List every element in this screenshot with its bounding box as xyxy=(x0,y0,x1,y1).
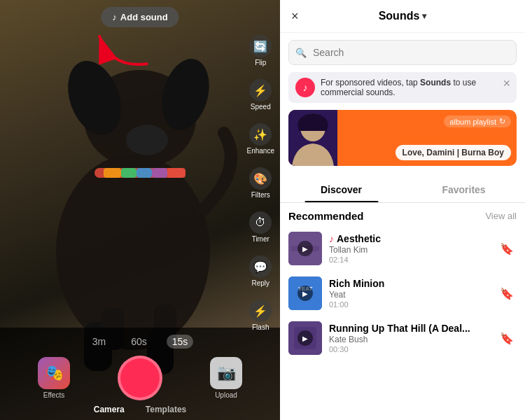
song-title-text-aesthetic: Aesthetic xyxy=(337,233,381,244)
search-icon: 🔍 xyxy=(295,48,307,58)
upload-button[interactable]: 📷 Upload xyxy=(210,357,242,399)
templates-tab[interactable]: Templates xyxy=(135,405,197,414)
bookmark-aesthetic[interactable]: 🔖 xyxy=(497,239,517,258)
effects-button[interactable]: 🎭 Effects xyxy=(38,357,70,399)
flip-control[interactable]: 🔄 Flip xyxy=(249,35,272,66)
song-title-text-rich-minion: Rich Minion xyxy=(329,278,384,289)
album-label-text: album playlist xyxy=(449,118,496,126)
flash-control[interactable]: ⚡ Flash xyxy=(249,300,272,331)
song-duration-aesthetic: 02:14 xyxy=(329,255,490,264)
song-list: ▶ ♪ Aesthetic Tollan Kim 02:14 🔖 YEAT xyxy=(280,226,525,420)
filters-label: Filters xyxy=(251,191,270,199)
favorites-tab[interactable]: Favorites xyxy=(402,177,525,202)
effects-label: Effects xyxy=(43,391,64,399)
song-item-aesthetic[interactable]: ▶ ♪ Aesthetic Tollan Kim 02:14 🔖 xyxy=(280,226,525,271)
album-artwork xyxy=(288,110,337,166)
time-15s[interactable]: 15s xyxy=(167,335,194,349)
album-banner[interactable]: album playlist ↻ Love, Damini | Burna Bo… xyxy=(288,110,517,166)
filters-icon: 🎨 xyxy=(249,167,272,190)
time-controls: 3m 60s 15s xyxy=(0,335,280,349)
svg-rect-10 xyxy=(104,168,121,178)
song-thumb-rich-minion: YEAT ▶ xyxy=(288,276,322,310)
song-thumb-running-up: ▶ xyxy=(288,321,322,355)
time-3m[interactable]: 3m xyxy=(87,335,111,349)
sounds-close-button[interactable]: × xyxy=(291,9,299,24)
refresh-icon: ↻ xyxy=(499,117,505,126)
discover-tab-label: Discover xyxy=(321,184,362,195)
sounds-title-text: Sounds xyxy=(379,10,420,22)
play-icon-aesthetic: ▶ xyxy=(298,241,313,256)
camera-tab[interactable]: Camera xyxy=(83,405,135,414)
timer-control[interactable]: ⏱ Timer xyxy=(249,211,272,243)
upload-label: Upload xyxy=(215,391,237,399)
song-info-running-up: Running Up That Hill (A Deal... Kate Bus… xyxy=(329,323,490,354)
speed-label: Speed xyxy=(251,103,271,111)
song-info-aesthetic: ♪ Aesthetic Tollan Kim 02:14 xyxy=(329,233,490,264)
sounds-panel: × Sounds ▾ 🔍 ♪ For sponsored videos, tap… xyxy=(280,0,525,420)
song-info-rich-minion: Rich Minion Yeat 01:00 xyxy=(329,278,490,309)
speed-control[interactable]: ⚡ Speed xyxy=(249,79,272,111)
sounds-dropdown-icon: ▾ xyxy=(422,11,426,21)
favorites-tab-label: Favorites xyxy=(442,184,485,195)
sounds-title[interactable]: Sounds ▾ xyxy=(379,10,427,22)
svg-point-4 xyxy=(126,125,168,155)
flash-icon: ⚡ xyxy=(249,300,272,322)
svg-rect-12 xyxy=(136,168,152,178)
song-title-aesthetic: ♪ Aesthetic xyxy=(329,233,490,244)
timer-icon: ⏱ xyxy=(249,211,272,234)
enhance-label: Enhance xyxy=(247,147,274,155)
reply-icon: 💬 xyxy=(249,255,272,278)
reply-control[interactable]: 💬 Reply xyxy=(249,255,272,287)
time-60s[interactable]: 60s xyxy=(125,335,153,349)
svg-rect-11 xyxy=(121,168,136,178)
song-duration-rich-minion: 01:00 xyxy=(329,300,490,309)
enhance-icon: ✨ xyxy=(249,123,272,146)
song-artist-rich-minion: Yeat xyxy=(329,290,490,300)
album-playlist-label: album playlist ↻ xyxy=(444,115,511,127)
search-input[interactable] xyxy=(288,40,517,65)
song-artist-aesthetic: Tollan Kim xyxy=(329,245,490,255)
song-title-text-running-up: Running Up That Hill (A Deal... xyxy=(329,323,470,334)
bookmark-rich-minion[interactable]: 🔖 xyxy=(497,284,517,303)
discover-favorites-tabs: Discover Favorites xyxy=(280,177,525,203)
effects-icon: 🎭 xyxy=(38,357,70,389)
song-item-rich-minion[interactable]: YEAT ▶ Rich Minion Yeat 01:00 🔖 xyxy=(280,271,525,316)
view-all-link[interactable]: View all xyxy=(485,211,517,221)
camera-controls: 🔄 Flip ⚡ Speed ✨ Enhance 🎨 Filters ⏱ Tim… xyxy=(247,35,274,331)
info-banner: ♪ For sponsored videos, tap Sounds to us… xyxy=(288,72,517,103)
camera-bottom-bar: 3m 60s 15s 🎭 Effects 📷 Upload Camera Tem… xyxy=(0,328,280,420)
flip-icon: 🔄 xyxy=(249,35,272,57)
play-icon-rich-minion: ▶ xyxy=(298,286,313,301)
song-title-running-up: Running Up That Hill (A Deal... xyxy=(329,323,490,334)
song-item-running-up[interactable]: ▶ Running Up That Hill (A Deal... Kate B… xyxy=(280,316,525,360)
speed-icon: ⚡ xyxy=(249,79,272,102)
recommended-title: Recommended xyxy=(288,210,364,222)
search-bar: 🔍 xyxy=(288,40,517,65)
album-info xyxy=(337,132,517,144)
timer-label: Timer xyxy=(252,235,270,243)
sounds-info-icon: ♪ xyxy=(295,78,315,97)
enhance-control[interactable]: ✨ Enhance xyxy=(247,123,274,155)
bottom-action-icons: 🎭 Effects 📷 Upload xyxy=(0,356,280,400)
song-title-rich-minion: Rich Minion xyxy=(329,278,490,289)
camera-tabs: Camera Templates xyxy=(0,405,280,414)
discover-tab[interactable]: Discover xyxy=(280,177,402,202)
recommended-header: Recommended View all xyxy=(280,203,525,226)
song-artist-running-up: Kate Bush xyxy=(329,335,490,344)
song-thumb-aesthetic: ▶ xyxy=(288,232,322,265)
info-banner-text: For sponsored videos, tap Sounds to use … xyxy=(321,78,510,97)
svg-point-0 xyxy=(56,154,210,350)
flip-label: Flip xyxy=(255,59,266,66)
bookmark-running-up[interactable]: 🔖 xyxy=(497,329,517,348)
camera-panel: ♪ Add sound 🔄 Flip ⚡ Speed ✨ Enhance � xyxy=(0,0,280,420)
record-button[interactable] xyxy=(118,356,162,400)
song-duration-running-up: 00:30 xyxy=(329,345,490,354)
album-title: Love, Damini | Burna Boy xyxy=(396,145,511,160)
sounds-header: × Sounds ▾ xyxy=(280,0,525,33)
reply-label: Reply xyxy=(251,279,270,287)
info-banner-close[interactable]: ✕ xyxy=(503,78,511,89)
flash-label: Flash xyxy=(252,323,269,331)
play-icon-running-up: ▶ xyxy=(298,330,313,346)
filters-control[interactable]: 🎨 Filters xyxy=(249,167,272,199)
music-note-aesthetic: ♪ xyxy=(329,233,334,244)
